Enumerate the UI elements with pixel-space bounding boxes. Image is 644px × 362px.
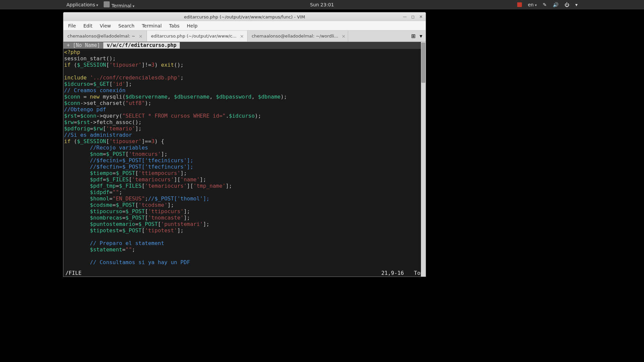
tab-menu-icon[interactable]: ▾ [420, 33, 422, 39]
window-titlebar[interactable]: editarcurso.php (~/output/var/www/campus… [63, 12, 426, 21]
edit-icon[interactable]: ✎ [543, 2, 547, 7]
tab-close-icon[interactable]: × [240, 34, 244, 39]
minimize-button[interactable]: — [402, 14, 408, 19]
menu-help[interactable]: Help [187, 23, 198, 28]
recording-indicator-icon[interactable] [517, 2, 522, 7]
new-tab-button[interactable]: ⊞ [411, 33, 416, 39]
menu-search[interactable]: Search [118, 23, 135, 28]
vim-statusline: /FILE 21,9-16 Top [63, 269, 426, 277]
menu-file[interactable]: File [68, 23, 76, 28]
terminal-tabbar: chemaalonso@elladodelmal: ~ × editarcurs… [63, 31, 426, 42]
tab-label: chemaalonso@elladodelmal: ~ [67, 34, 135, 39]
menu-terminal[interactable]: Terminal [142, 23, 162, 28]
tab-close-icon[interactable]: × [342, 34, 346, 39]
app-menubar: File Edit View Search Terminal Tabs Help [63, 21, 426, 31]
tab-label: editarcurso.php (~/output/var/www/c... [151, 34, 236, 39]
volume-icon[interactable]: 🔊 [553, 2, 558, 7]
terminal-tab-2[interactable]: editarcurso.php (~/output/var/www/c... × [147, 31, 248, 42]
vim-command: /FILE [65, 270, 82, 276]
terminal-window: editarcurso.php (~/output/var/www/campus… [63, 12, 426, 277]
menu-chevron-icon[interactable]: ▾ [575, 2, 578, 7]
menu-edit[interactable]: Edit [83, 23, 92, 28]
tab-close-icon[interactable]: × [139, 34, 143, 39]
terminal-tab-1[interactable]: chemaalonso@elladodelmal: ~ × [63, 31, 147, 42]
tab-label: chemaalonso@elladodelmal: ~/wordli... [252, 34, 338, 39]
clock: Sun 23:01 [310, 2, 334, 7]
code-area[interactable]: <?php session_start(); if ($_SESSION['ti… [63, 49, 426, 265]
vim-cursor-pos: 21,9-16 [381, 270, 404, 276]
menu-view[interactable]: View [100, 23, 111, 28]
vim-tab-file[interactable]: v/w/c/f/editarcurso.php [103, 42, 180, 49]
desktop-topbar: Applications Terminal Sun 23:01 en ✎ 🔊 ⏻… [0, 0, 644, 9]
terminal-app-icon [104, 1, 110, 7]
applications-menu[interactable]: Applications [66, 2, 98, 7]
terminal-body[interactable]: + [No Name] v/w/c/f/editarcurso.php <?ph… [63, 42, 426, 277]
terminal-tab-3[interactable]: chemaalonso@elladodelmal: ~/wordli... × [248, 31, 348, 42]
window-title: editarcurso.php (~/output/var/www/campus… [184, 14, 305, 19]
taskbar-app[interactable]: Terminal [104, 1, 135, 8]
power-icon[interactable]: ⏻ [565, 2, 569, 7]
keyboard-layout[interactable]: en [528, 2, 537, 7]
menu-tabs[interactable]: Tabs [169, 23, 179, 28]
close-button[interactable]: ✕ [418, 14, 424, 19]
vim-tabline: + [No Name] v/w/c/f/editarcurso.php [63, 42, 426, 49]
maximize-button[interactable]: ◻ [410, 14, 416, 19]
vim-tab-noname[interactable]: + [No Name] [63, 42, 103, 49]
